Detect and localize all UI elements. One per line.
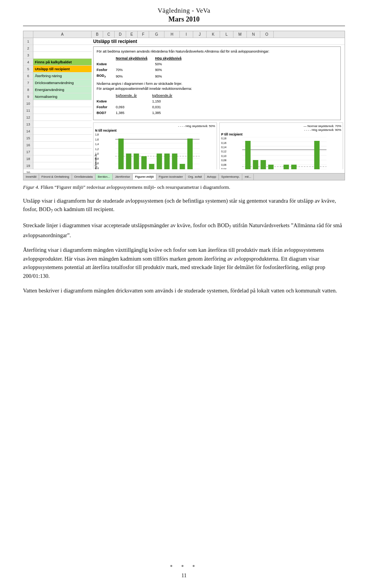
p-legend-dashed: - - - - Hög skyddsnivå: 90% [221,128,341,132]
row-14-label [33,128,92,135]
svg-rect-39 [283,165,289,169]
charts-row: - - - - Hög skyddsnivå: 50% N till recip… [93,122,343,169]
p-chart-title: P till recipient [221,132,341,136]
n-chart-area: 1,8 1,6 1,4 1,2 1,0 0,8 0,6 0,4 0,2 [95,133,215,169]
row-13-label [33,121,92,128]
tab-forord[interactable]: Förord & Omfattning [39,174,72,180]
figure-caption: Figur 4. Fliken “Figurer miljö” redovisa… [23,184,345,190]
svg-rect-35 [253,160,258,169]
tab-jamforelse[interactable]: Jämförelse [113,174,133,180]
col-header-row: A B C D E F G H I J K L M N O [23,31,345,38]
spreadsheet[interactable]: A B C D E F G H I J K L M N O 1 [23,31,345,180]
col-normal: Normal skyddsnivå [116,56,155,61]
tab-figurer-miljo[interactable]: Figurer-miljö [133,174,156,180]
p-chart: — Normal skyddsnivå: 70% - - - - Hög sky… [219,122,343,169]
col-h: H [164,31,180,38]
svg-rect-15 [141,156,146,169]
info-note1: Nivåerna angivs i diagrammen i form av s… [97,81,337,86]
svg-rect-18 [164,154,169,169]
n-legend-dashed: - - - - Hög skyddsnivå: 50% [95,124,215,128]
row-12-label [33,114,92,121]
col-m: M [233,31,247,38]
info-note2: För antaget avloppsvatteninnehåll innebä… [97,86,337,91]
info-table-1: Normal skyddsnivå Hög skyddsnivå Kväve 5… [97,56,182,80]
row-4-label: Finns på kalkylbaldet [33,59,92,66]
col-i: I [180,31,193,38]
paragraph-2: Streckade linjer i diagrammen visar acce… [23,221,345,239]
row-15-label [33,135,92,142]
footer-page-number: 11 [0,573,368,579]
n-chart-title: N till recipient [95,129,215,132]
svg-rect-21 [187,139,192,169]
row-18-label [33,155,92,162]
svg-rect-17 [156,154,162,169]
row-3-label [33,52,92,59]
info-box-wrapper: För att bedöma systemen används riktvärd… [92,46,345,120]
col-g: G [149,31,164,38]
n-chart-svg [100,133,215,169]
svg-rect-40 [291,165,296,169]
svg-rect-36 [260,160,266,169]
grid-content: Finns på kalkylbaldet Utsläpp till recip… [33,38,345,169]
col-e: E [126,31,138,38]
col-a: A [33,31,92,38]
n-bars [100,133,215,169]
row-6-label: Återföring näring [33,73,92,79]
row-9-label: Normalisering [33,93,92,100]
p-chart-area: 0,18 0,16 0,14 0,12 0,10 0,08 0,06 0,04 [221,137,341,169]
n-y-label: kg/boende,år [94,134,97,169]
p-chart-svg [227,137,341,169]
paragraph-3: Återföring visar i diagramform mängden v… [23,246,345,280]
page-header: Vägledning - VeVa Mars 2010 [23,0,345,26]
col-f: F [138,31,149,38]
footer-dots: • • • [0,561,368,571]
page: Vägledning - VeVa Mars 2010 A B C D E F … [0,0,368,588]
col-l: L [220,31,233,38]
svg-rect-13 [126,154,131,169]
tab-avlopp[interactable]: Avlopp [205,174,219,180]
utsläpp-header: Utsläpp till recipient [92,38,345,45]
p-bars [227,137,341,169]
info-intro: För att bedöma systemen används riktvärd… [97,49,337,54]
row-7-label: Dricksvattenanvändning [33,79,92,86]
row-numbers: 1 2 3 4 5 6 7 8 9 10 11 12 13 14 15 16 1 [23,38,33,169]
tab-figurer-kostnader[interactable]: Figurer-kostnader [156,174,186,180]
tab-mil[interactable]: mil... [242,174,254,180]
row-5-label: Utsläpp till recipient [33,66,92,73]
row-1-label [33,38,92,45]
info-box: För att bedöma systemen används riktvärd… [93,46,341,120]
p-legend-solid: — Normal skyddsnivå: 70% [221,124,341,128]
svg-rect-20 [179,164,185,169]
svg-rect-43 [314,141,319,169]
row-10-label [33,100,92,107]
col-j: J [193,31,207,38]
p-y-axis: 0,18 0,16 0,14 0,12 0,10 0,08 0,06 0,04 [221,137,227,169]
n-chart: - - - - Hög skyddsnivå: 50% N till recip… [93,122,217,169]
tab-innehåll[interactable]: Innehåll [23,174,39,180]
spreadsheet-tabs[interactable]: Innehåll Förord & Omfattning Områdesdata… [23,173,345,180]
tab-berakningar[interactable]: Beräkn... [95,174,113,180]
col-o: O [260,31,274,38]
spreadsheet-body: 1 2 3 4 5 6 7 8 9 10 11 12 13 14 15 16 1 [23,38,345,169]
tab-systemkomp[interactable]: Systemkomp. [219,174,242,180]
svg-rect-19 [172,154,177,169]
left-labels-area: Finns på kalkylbaldet Utsläpp till recip… [33,38,92,169]
row-19-label [33,162,92,169]
col-n: N [247,31,260,38]
svg-rect-12 [118,139,123,169]
ss-main-content: Utsläpp till recipient För att bedöma sy… [92,38,345,169]
caption-text: Fliken “Figurer miljö” redovisar avlopps… [41,184,230,190]
paragraph-4: Vatten beskriver i diagramform mängden d… [23,286,345,295]
row-8-label: Energianvändning [33,86,92,93]
info-table-2: kg/boende, år kg/boende,år Kväve 1,150 [97,93,172,116]
col-k: K [207,31,220,38]
tab-omradesdata[interactable]: Områdesdata [72,174,95,180]
svg-rect-37 [268,165,273,169]
header-title: Vägledning - VeVa [23,7,345,15]
tab-org-avfall[interactable]: Org. avfall [186,174,204,180]
col-hög: Hög skyddsnivå [155,56,182,61]
col-d: D [115,31,126,38]
header-subtitle: Mars 2010 [23,15,345,23]
page-footer: • • • 11 [0,561,368,579]
row-11-label [33,107,92,114]
